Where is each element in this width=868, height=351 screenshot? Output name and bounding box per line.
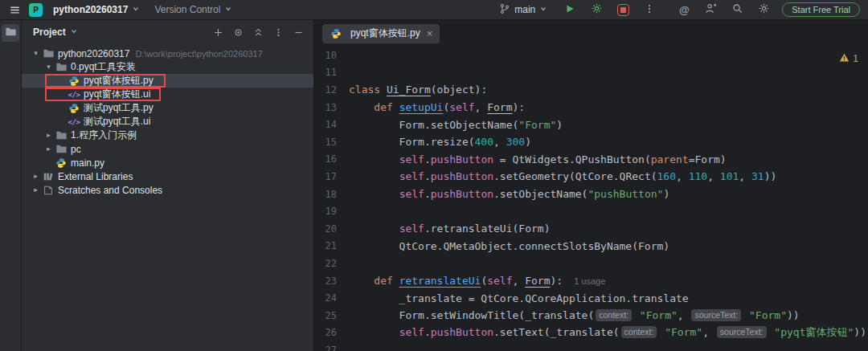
- code-token: "Form": [749, 309, 787, 321]
- tree-item[interactable]: ▸External Libraries: [22, 169, 313, 183]
- panel-header-icons: [213, 27, 304, 38]
- code-line[interactable]: 26 self.pushButton.setText(_translate(co…: [314, 324, 868, 342]
- line-number: 23: [314, 275, 337, 287]
- parameter-hint: context:: [621, 326, 657, 338]
- tree-item[interactable]: ▾0.pyqt工具安装: [22, 60, 313, 74]
- code-line[interactable]: 23 def retranslateUi(self, Form):1 usage: [314, 272, 868, 290]
- project-tool-button[interactable]: [2, 24, 19, 42]
- tree-item[interactable]: ▸1.程序入门示例: [22, 129, 313, 142]
- code-line[interactable]: 13 def setupUi(self, Form):: [314, 99, 868, 116]
- code-line[interactable]: 18 self.pushButton.setObjectName("pushBu…: [314, 186, 868, 203]
- kebab-menu-icon[interactable]: [273, 27, 284, 38]
- tree-item-label: 0.pyqt工具安装: [71, 60, 136, 74]
- panel-title[interactable]: Project: [33, 27, 66, 38]
- editor-tab-bar: pyqt窗体按钮.py ×: [314, 20, 868, 47]
- search-everywhere-button[interactable]: [729, 2, 745, 18]
- line-number: 17: [314, 171, 337, 182]
- at-icon: @: [679, 5, 690, 15]
- tree-item[interactable]: </>pyqt窗体按钮.ui: [22, 88, 313, 101]
- line-number: 16: [314, 153, 337, 165]
- locate-icon[interactable]: [233, 27, 244, 38]
- chevron-right-icon[interactable]: ▸: [30, 173, 42, 180]
- code-line[interactable]: 12class Ui_Form(object):: [314, 81, 868, 99]
- main-area: Project ▾python20260317D:\work\project\p…: [0, 20, 868, 351]
- code-token: )): [787, 309, 800, 321]
- tree-item[interactable]: ▸Scratches and Consoles: [22, 183, 313, 197]
- code-line[interactable]: 21 QtCore.QMetaObject.connectSlotsByName…: [314, 238, 868, 255]
- gear-icon: [591, 2, 603, 17]
- code-token: Ui_Form: [387, 84, 431, 96]
- menu-icon[interactable]: [6, 2, 23, 18]
- warning-count: 1: [853, 53, 858, 64]
- python-icon: [68, 102, 80, 115]
- project-selector[interactable]: python20260317: [49, 2, 144, 17]
- branch-selector[interactable]: main: [495, 2, 551, 18]
- project-folder-icon: [5, 26, 17, 40]
- hide-icon[interactable]: [293, 27, 304, 38]
- code-line[interactable]: 22: [314, 255, 868, 272]
- code-line[interactable]: 15 Form.resize(400, 300): [314, 133, 868, 151]
- code-line[interactable]: 11: [314, 64, 868, 82]
- code-line[interactable]: 16 self.pushButton = QtWidgets.QPushButt…: [314, 151, 868, 169]
- project-panel: Project ▾python20260317D:\work\project\p…: [22, 20, 314, 351]
- run-gear-button[interactable]: [588, 2, 604, 18]
- tree-item-label: 测试pyqt工具.ui: [84, 115, 150, 129]
- code-token: 110: [689, 170, 707, 182]
- code-with-me-button[interactable]: [702, 2, 719, 18]
- inspections-widget[interactable]: 1: [839, 52, 858, 65]
- settings-gear-icon: [758, 2, 770, 17]
- chevron-right-icon[interactable]: ▸: [43, 145, 55, 153]
- version-control-selector[interactable]: Version Control: [150, 2, 236, 17]
- chevron-down-icon: [224, 4, 232, 15]
- code-line[interactable]: 24 _translate = QtCore.QCoreApplication.…: [314, 289, 868, 307]
- code-token: [393, 275, 399, 287]
- code-token: .setGeometry(QtCore.QRect(: [493, 170, 657, 182]
- line-text: def setupUi(self, Form):: [337, 101, 525, 113]
- start-free-trial-button[interactable]: Start Free Trial: [782, 2, 860, 17]
- chevron-down-icon[interactable]: ▾: [30, 50, 42, 57]
- chevron-right-icon[interactable]: ▸: [30, 186, 42, 194]
- code-line[interactable]: 27: [314, 341, 868, 351]
- code-line[interactable]: 14 Form.setObjectName("Form"): [314, 116, 868, 133]
- code-area[interactable]: 101112class Ui_Form(object):13 def setup…: [314, 47, 868, 351]
- ui-icon: </>: [68, 116, 80, 129]
- code-line[interactable]: 19: [314, 202, 868, 220]
- stop-button[interactable]: [615, 2, 631, 18]
- tree-item[interactable]: main.py: [22, 156, 313, 169]
- line-number: 12: [314, 84, 337, 96]
- folder-icon: [55, 61, 68, 74]
- code-token: ,: [739, 170, 751, 182]
- code-token: 400: [475, 136, 493, 148]
- tree-item[interactable]: </>测试pyqt工具.ui: [22, 115, 313, 129]
- code-token: "pushButton": [588, 188, 663, 200]
- editor-tab[interactable]: pyqt窗体按钮.py ×: [322, 24, 440, 43]
- settings-button[interactable]: [755, 2, 772, 18]
- code-line[interactable]: 25 Form.setWindowTitle(_translate(contex…: [314, 307, 868, 324]
- close-icon[interactable]: ×: [427, 28, 433, 39]
- mentions-button[interactable]: @: [676, 2, 692, 18]
- code-line[interactable]: 20 self.retranslateUi(Form): [314, 220, 868, 238]
- chevron-right-icon[interactable]: ▸: [43, 132, 55, 139]
- code-token: self: [399, 153, 424, 165]
- pycharm-window: P python20260317 Version Control main: [0, 0, 868, 351]
- more-actions-button[interactable]: [641, 2, 657, 18]
- code-token: .: [424, 153, 431, 165]
- code-line[interactable]: 10: [314, 47, 868, 64]
- code-token: QtCore.QMetaObject.connectSlotsByName(Fo…: [349, 240, 669, 252]
- tree-item[interactable]: ▾python20260317D:\work\project\python202…: [22, 47, 313, 60]
- tree-item[interactable]: ▸pc: [22, 142, 313, 156]
- chevron-down-icon[interactable]: ▾: [43, 63, 55, 71]
- plus-icon[interactable]: [213, 27, 223, 38]
- tree-item[interactable]: pyqt窗体按钮.py: [22, 74, 313, 88]
- parameter-hint: context:: [596, 309, 632, 321]
- line-number: 20: [314, 223, 337, 235]
- editor: pyqt窗体按钮.py × 1 101112class Ui_Form(obje…: [314, 20, 868, 351]
- main-toolbar: P python20260317 Version Control main: [0, 0, 868, 20]
- code-line[interactable]: 17 self.pushButton.setGeometry(QtCore.QR…: [314, 168, 868, 186]
- tree-item[interactable]: 测试pyqt工具.py: [22, 101, 313, 115]
- collapse-all-icon[interactable]: [253, 27, 264, 38]
- run-button[interactable]: [562, 2, 578, 18]
- chevron-down-icon[interactable]: [70, 27, 78, 38]
- line-text: Form.setObjectName("Form"): [337, 119, 563, 131]
- tree-item-label: main.py: [71, 157, 104, 169]
